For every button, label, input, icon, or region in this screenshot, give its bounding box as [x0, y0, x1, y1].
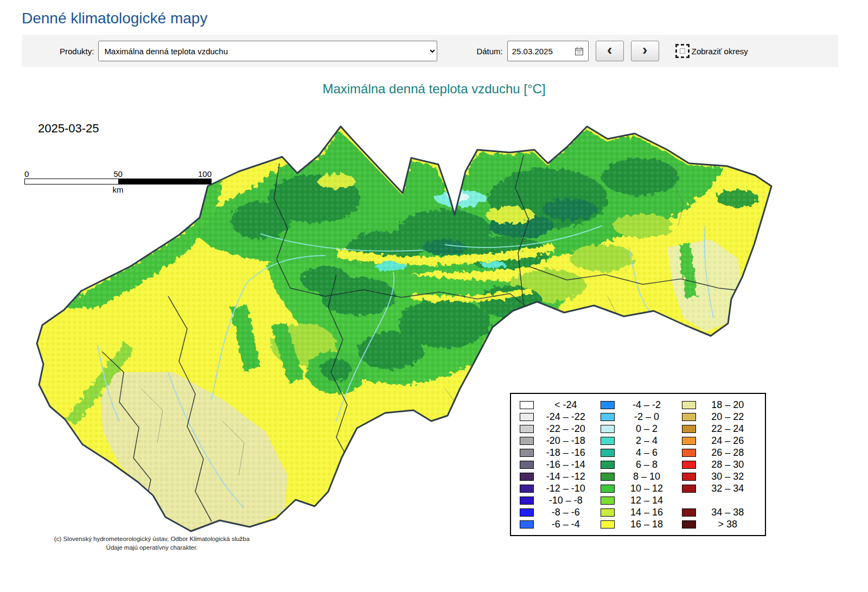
legend-row: 2 – 4: [597, 435, 678, 447]
legend-row: -8 – -6: [516, 506, 597, 518]
legend-label: 22 – 24: [696, 423, 760, 435]
legend-label: 30 – 32: [696, 471, 760, 482]
legend-swatch: [601, 425, 615, 433]
map-title: Maximálna denná teplota vzduchu [°C]: [0, 81, 868, 97]
legend-row: 30 – 32: [679, 470, 760, 482]
legend-label: -12 – -10: [534, 483, 597, 494]
legend-swatch: [520, 401, 534, 409]
legend-column: < -24-24 – -22-22 – -20-20 – -18-18 – -1…: [516, 399, 597, 530]
legend-swatch: [601, 508, 615, 517]
scale-tick-0: 0: [24, 169, 29, 179]
legend-row: 26 – 28: [679, 447, 760, 459]
legend-swatch: [682, 437, 696, 445]
legend-label: 24 – 26: [696, 435, 760, 447]
legend-label: 32 – 34: [696, 483, 760, 494]
legend-swatch: [682, 461, 696, 469]
toolbar: Produkty: Maximálna denná teplota vzduch…: [22, 35, 838, 67]
legend-label: -16 – -14: [534, 459, 597, 470]
legend-label: 28 – 30: [696, 459, 760, 470]
legend-row: -18 – -16: [516, 447, 597, 459]
legend-row: 20 – 22: [679, 411, 760, 423]
legend-row: -4 – -2: [597, 399, 678, 411]
legend-label: 4 – 6: [615, 447, 678, 459]
product-label: Produkty:: [60, 47, 94, 56]
legend-row: -10 – -8: [516, 494, 597, 506]
legend-label: -6 – -4: [534, 519, 597, 530]
legend-label: 14 – 16: [615, 507, 678, 518]
legend-swatch: [601, 401, 615, 409]
legend-row: -20 – -18: [516, 435, 597, 447]
legend-columns: < -24-24 – -22-22 – -20-20 – -18-18 – -1…: [516, 399, 760, 530]
legend-swatch: [520, 413, 534, 421]
legend-label: 6 – 8: [615, 459, 678, 470]
legend-row: 10 – 12: [597, 482, 678, 494]
legend-swatch: [520, 461, 534, 469]
prev-date-button[interactable]: ‹: [596, 41, 624, 61]
next-date-button[interactable]: ›: [631, 41, 659, 61]
legend-swatch: [601, 449, 615, 457]
legend-row: 6 – 8: [597, 459, 678, 470]
legend-row: 22 – 24: [679, 423, 760, 435]
legend-row: 34 – 38: [679, 506, 760, 518]
legend-swatch: [520, 508, 534, 517]
legend-label: -14 – -12: [534, 471, 597, 482]
legend-swatch: [601, 485, 615, 493]
legend-label: -20 – -18: [534, 435, 597, 447]
legend-row: -24 – -22: [516, 411, 597, 423]
legend-label: 10 – 12: [615, 483, 678, 494]
legend-row: 14 – 16: [597, 506, 678, 518]
legend-row: 28 – 30: [679, 459, 760, 470]
map-area: 2025-03-25 0 50 100 km: [33, 117, 776, 558]
date-field-wrap: [507, 41, 589, 61]
legend-swatch: [601, 437, 615, 445]
legend-label: > 38: [696, 519, 760, 530]
date-input[interactable]: [512, 47, 564, 56]
legend-row: -22 – -20: [516, 423, 597, 435]
legend-row: 16 – 18: [597, 518, 678, 530]
legend-row: -16 – -14: [516, 459, 597, 470]
legend-swatch: [520, 449, 534, 457]
legend-label: 8 – 10: [615, 471, 678, 482]
legend-row: -2 – 0: [597, 411, 678, 423]
legend-label: 12 – 14: [615, 495, 678, 506]
legend-row: 32 – 34: [679, 482, 760, 494]
legend-swatch: [601, 473, 615, 481]
legend-row: -6 – -4: [516, 518, 597, 530]
legend-swatch: [682, 473, 696, 481]
legend-label: 16 – 18: [615, 519, 678, 530]
legend-label: 26 – 28: [696, 447, 760, 459]
legend-label: 34 – 38: [696, 507, 760, 518]
legend-row: < -24: [516, 399, 597, 411]
legend-row: [679, 494, 760, 506]
legend-label: 20 – 22: [696, 411, 760, 423]
legend-label: -10 – -8: [534, 495, 597, 506]
product-select[interactable]: Maximálna denná teplota vzduchu: [98, 41, 437, 61]
legend-row: 12 – 14: [597, 494, 678, 506]
legend-label: 0 – 2: [615, 423, 678, 435]
districts-toggle-icon[interactable]: [675, 44, 690, 58]
legend-label: -22 – -20: [534, 423, 597, 435]
legend-swatch: [682, 401, 696, 409]
legend-row: 24 – 26: [679, 435, 760, 447]
calendar-icon[interactable]: [575, 47, 584, 56]
legend: < -24-24 – -22-22 – -20-20 – -18-18 – -1…: [510, 393, 766, 536]
date-label: Dátum:: [476, 47, 502, 56]
legend-swatch: [601, 413, 615, 421]
legend-swatch: [520, 437, 534, 445]
legend-swatch: [682, 508, 696, 517]
copyright: (c) Slovenský hydrometeorologický ústav,…: [35, 535, 269, 552]
legend-swatch: [520, 473, 534, 481]
legend-swatch: [682, 413, 696, 421]
copyright-line1: (c) Slovenský hydrometeorologický ústav,…: [35, 535, 269, 544]
legend-swatch: [601, 461, 615, 469]
legend-row: 8 – 10: [597, 470, 678, 482]
legend-label: -18 – -16: [534, 447, 597, 459]
page-title: Denné klimatologické mapy: [22, 10, 868, 27]
legend-label: 2 – 4: [615, 435, 678, 447]
districts-label[interactable]: Zobraziť okresy: [692, 47, 748, 56]
legend-column: -4 – -2-2 – 00 – 22 – 44 – 66 – 88 – 101…: [597, 399, 678, 530]
legend-label: -24 – -22: [534, 411, 597, 423]
districts-toggle-inner: [680, 48, 685, 54]
legend-swatch: [520, 485, 534, 493]
legend-row: 0 – 2: [597, 423, 678, 435]
